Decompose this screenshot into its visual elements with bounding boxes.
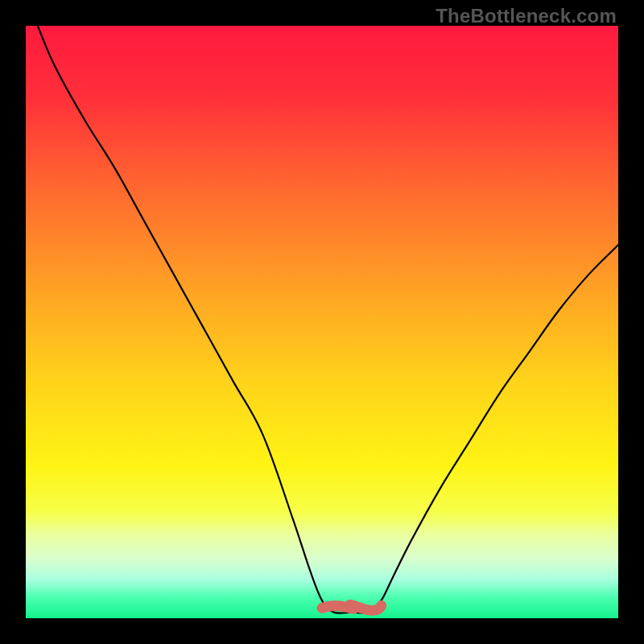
plot-area: [26, 26, 618, 618]
chart-frame: TheBottleneck.com: [0, 0, 644, 644]
bottleneck-curve: [38, 26, 618, 613]
watermark-text: TheBottleneck.com: [436, 5, 617, 27]
curve-layer: [26, 26, 618, 618]
optimal-range-band: [322, 605, 382, 610]
